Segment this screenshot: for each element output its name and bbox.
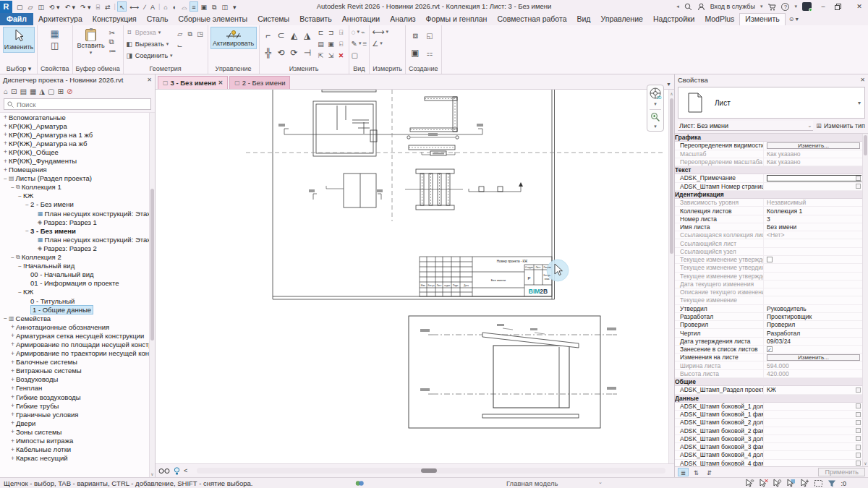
property-value[interactable] bbox=[763, 256, 861, 263]
property-section-header[interactable]: Графика^ bbox=[675, 134, 868, 142]
tree-item[interactable]: +Кабельные лотки bbox=[0, 445, 155, 454]
tree-expander-icon[interactable]: + bbox=[9, 393, 16, 401]
tree-item[interactable]: +Вспомогательные bbox=[0, 113, 155, 121]
tree-item[interactable]: +Балочные системы bbox=[0, 358, 155, 367]
tree-item[interactable]: ◈Разрез: Разрез 2 bbox=[0, 244, 155, 252]
property-value[interactable] bbox=[763, 411, 861, 418]
checkbox[interactable]: ✓ bbox=[767, 346, 773, 352]
schedules-icon[interactable]: ▤ bbox=[20, 87, 26, 95]
property-value[interactable]: 594.000 bbox=[763, 361, 861, 369]
design-options-dropdown-icon[interactable]: ⌄ bbox=[598, 479, 603, 485]
unpin-icon[interactable]: ⍇ bbox=[339, 40, 343, 48]
property-value[interactable] bbox=[763, 460, 861, 466]
sort-descending-icon[interactable]: ⇵ bbox=[704, 468, 715, 476]
tree-expander-icon[interactable]: − bbox=[17, 288, 23, 296]
property-value[interactable] bbox=[763, 281, 861, 288]
worksets-icon[interactable] bbox=[355, 479, 365, 487]
select-underlay-icon[interactable] bbox=[800, 479, 809, 488]
property-section-header[interactable]: Общие^ bbox=[675, 378, 868, 386]
edit-button[interactable]: Изменить... bbox=[767, 142, 860, 150]
project-browser-close-icon[interactable]: ✕ bbox=[147, 77, 152, 83]
redo-icon[interactable]: ↷ ▾ bbox=[78, 1, 93, 12]
property-value[interactable] bbox=[763, 288, 861, 296]
tree-expander-icon[interactable]: + bbox=[9, 341, 16, 348]
views-icon[interactable]: ⌂ bbox=[4, 87, 8, 95]
arrange-icon[interactable]: ⇲ bbox=[328, 52, 334, 59]
expand-icon[interactable]: ⊡ bbox=[11, 87, 17, 95]
tree-item[interactable]: ▦План несущих конструкций: Этаж 1 bbox=[0, 209, 155, 218]
tree-item[interactable]: +Помещения bbox=[0, 166, 155, 174]
array-icon[interactable]: ▤ bbox=[318, 40, 324, 48]
ribbon-tab[interactable]: ModPlus bbox=[700, 13, 740, 25]
property-value[interactable] bbox=[763, 264, 861, 271]
property-value[interactable]: 3 bbox=[763, 215, 861, 223]
ribbon-tab[interactable]: Конструкция bbox=[88, 13, 142, 25]
associate-parameter-button[interactable] bbox=[856, 184, 861, 189]
canvas-vertical-scrollbar[interactable]: ∧ bbox=[668, 90, 674, 463]
sort-ascending-icon[interactable]: ⇅ bbox=[691, 468, 702, 476]
tree-expander-icon[interactable]: + bbox=[9, 367, 16, 374]
scale-icon[interactable]: ▣ bbox=[328, 40, 334, 48]
tree-item[interactable]: +Арматурная сетка несущей конструкции bbox=[0, 331, 155, 340]
undo-icon[interactable]: ↶ ▾ bbox=[63, 1, 78, 12]
tree-item[interactable]: +Гибкие воздуховоды bbox=[0, 393, 155, 401]
temporary-hide-icon[interactable] bbox=[174, 467, 180, 475]
tree-item[interactable]: −КЖ bbox=[0, 288, 155, 296]
property-value[interactable] bbox=[763, 403, 861, 410]
print-icon[interactable]: ⌹ bbox=[94, 1, 102, 12]
tree-expander-icon[interactable]: − bbox=[9, 184, 16, 191]
select-links-icon[interactable] bbox=[745, 479, 754, 488]
minimize-button[interactable]: – bbox=[817, 3, 830, 10]
save-icon[interactable]: ◫ bbox=[35, 1, 46, 12]
user-icon[interactable] bbox=[697, 3, 705, 11]
properties-scrollbar[interactable]: ∨ bbox=[862, 134, 868, 466]
tree-item[interactable]: +КР(КЖ)_Арматура на жб bbox=[0, 139, 155, 147]
tree-expander-icon[interactable]: + bbox=[2, 122, 9, 129]
tree-expander-icon[interactable]: + bbox=[9, 359, 16, 366]
help-icon[interactable]: ? bbox=[781, 3, 789, 11]
property-value[interactable]: <Нет> bbox=[763, 231, 861, 239]
edit-type-button[interactable]: ⊞ Изменить тип bbox=[816, 122, 865, 129]
match-icon[interactable]: ⇱ bbox=[318, 52, 324, 59]
sheets-icon[interactable]: ▦ bbox=[30, 87, 36, 95]
panel-select-label[interactable]: Выбор ▾ bbox=[1, 64, 37, 74]
tree-item[interactable]: −⧉Коллекция 2 bbox=[0, 253, 155, 262]
ribbon-tab[interactable]: Сталь bbox=[142, 13, 174, 25]
associate-parameter-button[interactable] bbox=[856, 403, 861, 408]
tree-item[interactable]: −!Начальный вид bbox=[0, 262, 155, 270]
property-value[interactable] bbox=[763, 273, 861, 280]
search-icon[interactable] bbox=[684, 3, 692, 11]
property-value[interactable] bbox=[763, 443, 861, 450]
modify-button[interactable]: Изменить bbox=[3, 27, 35, 53]
view-tab-list-icon[interactable]: ▼ bbox=[666, 82, 671, 87]
tree-expander-icon[interactable]: + bbox=[2, 158, 9, 165]
property-section-header[interactable]: Идентификация^ bbox=[675, 191, 868, 199]
sort-groups-icon[interactable]: ≣ bbox=[678, 468, 689, 476]
activate-dimensions-button[interactable]: Активировать bbox=[210, 27, 257, 49]
property-value[interactable] bbox=[763, 239, 861, 247]
property-value[interactable] bbox=[763, 451, 861, 458]
modify-state-icon[interactable]: ⊙ ▾ bbox=[789, 13, 799, 25]
canvas-horizontal-scrollbar[interactable] bbox=[197, 468, 665, 474]
tree-item[interactable]: −КЖ bbox=[0, 192, 155, 200]
sign-in-dropdown-icon[interactable]: ▾ bbox=[760, 4, 763, 9]
tree-item[interactable]: +КР(КЖ)_Общее bbox=[0, 147, 155, 156]
tree-item[interactable]: 01 - Информация о проекте bbox=[0, 279, 155, 288]
tree-expander-icon[interactable]: − bbox=[2, 175, 9, 182]
create-group-icon[interactable]: ⧈ bbox=[412, 30, 418, 40]
tree-item[interactable]: +Зоны системы bbox=[0, 427, 155, 436]
associate-parameter-button[interactable] bbox=[856, 461, 861, 466]
zoom-icon[interactable] bbox=[650, 112, 660, 122]
paint-icon[interactable]: ⌙ bbox=[177, 42, 183, 49]
tree-item[interactable]: +Армирование по траектории несущей конст… bbox=[0, 349, 155, 358]
ribbon-tab[interactable]: Системы bbox=[252, 13, 294, 25]
scroll-down-icon[interactable]: ∨ bbox=[863, 461, 868, 466]
tree-expander-icon[interactable]: + bbox=[9, 350, 16, 357]
tree-item[interactable]: 1 - Общие данные bbox=[0, 305, 155, 314]
view-tab[interactable]: ▢3 - Без имени✕ bbox=[158, 76, 228, 89]
edit-button[interactable]: Изменить... bbox=[767, 354, 860, 361]
close-inactive-icon[interactable]: ⧉ bbox=[210, 1, 218, 12]
property-value[interactable] bbox=[763, 419, 861, 426]
tree-item[interactable]: −▤Листы (Раздел проекта) bbox=[0, 174, 155, 183]
associate-parameter-button[interactable] bbox=[856, 388, 861, 393]
